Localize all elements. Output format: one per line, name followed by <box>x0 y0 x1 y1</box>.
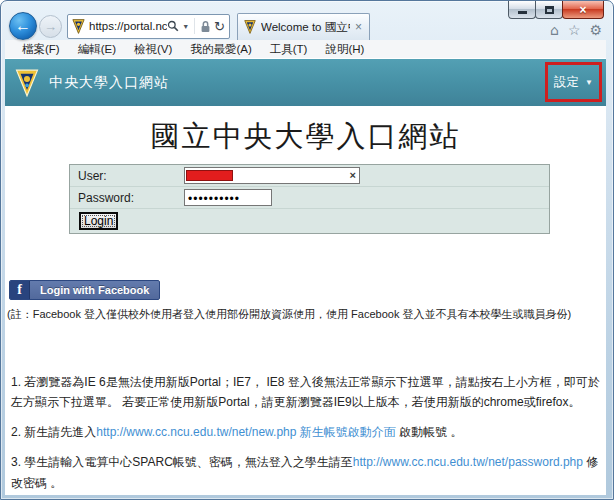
red-annotation-box: 設定 ▼ <box>545 62 602 102</box>
redaction-overlay <box>186 170 233 181</box>
favorites-star-icon[interactable]: ☆ <box>568 22 581 38</box>
notice-2-text: 2. 新生請先進入 <box>11 425 96 439</box>
address-bar[interactable]: https://portal.ncu.... ▼ ↻ <box>67 14 230 39</box>
browser-window: × ← → https://portal.ncu.... ▼ <box>0 0 614 500</box>
page-title: 國立中央大學入口網站 <box>5 117 606 157</box>
page-content: 中央大學入口網站 設定 ▼ 國立中央大學入口網站 User: × Passwor… <box>5 58 606 495</box>
settings-button[interactable]: 設定 ▼ <box>554 74 593 91</box>
password-change-url-link[interactable]: http://www.cc.ncu.edu.tw/net/password.ph… <box>353 455 583 469</box>
notice-item-2: 2. 新生請先進入http://www.cc.ncu.edu.tw/net/ne… <box>11 422 600 442</box>
user-label: User: <box>78 169 184 183</box>
facebook-button-label: Login with Facebook <box>30 281 159 299</box>
login-button-row: Login <box>70 209 549 233</box>
menu-file[interactable]: 檔案(F) <box>13 42 69 57</box>
chevron-down-icon: ▼ <box>585 78 593 87</box>
menu-help[interactable]: 說明(H) <box>316 42 373 57</box>
menu-bar: 檔案(F) 編輯(E) 檢視(V) 我的最愛(A) 工具(T) 說明(H) <box>5 40 606 58</box>
password-label: Password: <box>78 191 184 205</box>
login-button[interactable]: Login <box>79 212 118 230</box>
search-icon[interactable] <box>167 20 179 32</box>
browser-quick-icons: ⌂ ☆ ⚙ <box>550 22 602 38</box>
user-input[interactable]: × <box>184 167 360 184</box>
notice-item-3: 3. 學生請輸入電算中心SPARC帳號、密碼，無法登入之學生請至http://w… <box>11 452 600 492</box>
back-arrow-icon: ← <box>15 17 31 35</box>
new-account-url-link[interactable]: http://www.cc.ncu.edu.tw/net/new.php <box>96 425 296 439</box>
user-row: User: × <box>70 165 549 187</box>
notice-item-1: 1. 若瀏覽器為IE 6是無法使用新版Portal；IE7， IE8 登入後無法… <box>11 372 600 412</box>
facebook-icon: f <box>10 281 30 299</box>
tab-title: Welcome to 國立中央大學... <box>261 20 350 35</box>
ncu-logo-icon <box>15 69 39 97</box>
password-row: Password: •••••••••• <box>70 187 549 209</box>
facebook-login-button[interactable]: f Login with Facebook <box>9 280 160 300</box>
tab-favicon <box>244 20 256 34</box>
tools-gear-icon[interactable]: ⚙ <box>589 22 602 38</box>
facebook-note: (註：Facebook 登入僅供校外使用者登入使用部份開放資源使用，使用 Fac… <box>7 307 606 322</box>
forward-arrow-icon: → <box>44 19 57 34</box>
close-button[interactable]: × <box>562 1 604 19</box>
clear-input-icon[interactable]: × <box>350 169 356 182</box>
window-controls: × <box>509 1 604 19</box>
back-button[interactable]: ← <box>9 12 37 40</box>
minimize-button[interactable] <box>508 1 536 19</box>
menu-tools[interactable]: 工具(T) <box>261 42 317 57</box>
home-icon[interactable]: ⌂ <box>550 22 559 38</box>
search-dropdown-icon[interactable]: ▼ <box>182 23 189 30</box>
address-separator <box>194 18 195 34</box>
site-favicon <box>72 19 85 34</box>
url-text: https://portal.ncu.... <box>89 20 167 32</box>
site-title: 中央大學入口網站 <box>49 74 169 92</box>
navigation-bar: ← → https://portal.ncu.... ▼ <box>9 12 370 40</box>
menu-edit[interactable]: 編輯(E) <box>69 42 125 57</box>
menu-favorites[interactable]: 我的最愛(A) <box>181 42 260 57</box>
refresh-icon[interactable]: ↻ <box>214 20 225 33</box>
forward-button[interactable]: → <box>39 15 62 38</box>
lock-icon <box>200 20 211 33</box>
new-account-page-link[interactable]: 新生帳號啟動介面 <box>300 425 396 439</box>
notice-list: 1. 若瀏覽器為IE 6是無法使用新版Portal；IE7， IE8 登入後無法… <box>11 372 600 495</box>
maximize-button[interactable] <box>535 1 563 19</box>
login-form: User: × Password: •••••••••• Login <box>69 164 550 234</box>
maximize-icon <box>545 6 554 14</box>
address-bar-icons: ▼ ↻ <box>167 18 225 34</box>
close-icon: × <box>579 3 586 17</box>
browser-tab[interactable]: Welcome to 國立中央大學... × <box>237 13 370 40</box>
minimize-icon <box>518 11 527 14</box>
password-input[interactable]: •••••••••• <box>184 189 272 206</box>
menu-view[interactable]: 檢視(V) <box>125 42 181 57</box>
settings-label: 設定 <box>554 74 579 91</box>
notice-2-suffix: 啟動帳號 。 <box>399 425 462 439</box>
tab-close-icon[interactable]: × <box>354 20 363 34</box>
notice-3-text: 3. 學生請輸入電算中心SPARC帳號、密碼，無法登入之學生請至 <box>11 455 353 469</box>
site-header: 中央大學入口網站 設定 ▼ <box>5 59 606 106</box>
